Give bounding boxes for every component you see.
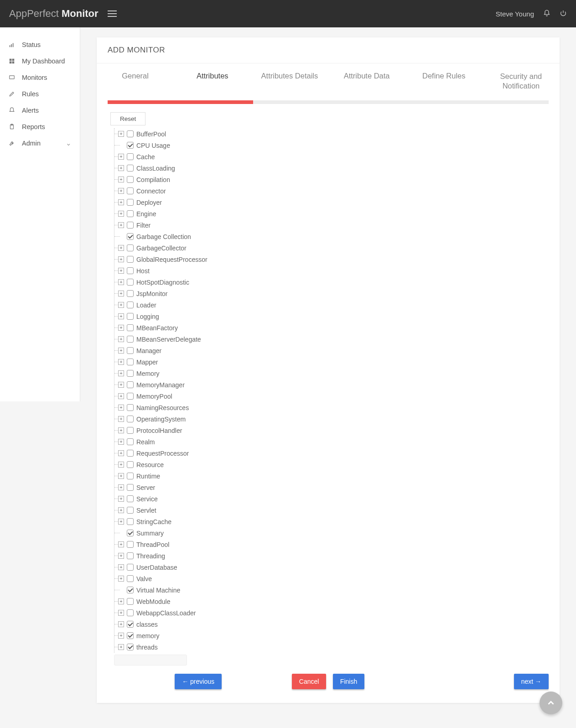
tab-attributes-details[interactable]: Attributes Details [251,63,328,100]
tab-define-rules[interactable]: Define Rules [405,63,483,100]
expand-icon[interactable]: + [118,325,124,331]
tree-checkbox[interactable] [127,473,134,479]
sidebar-item-alerts[interactable]: Alerts [0,102,80,119]
tree-checkbox[interactable] [127,609,134,616]
user-name[interactable]: Steve Young [496,10,534,18]
tree-label[interactable]: Logging [136,313,159,320]
tree-checkbox[interactable] [127,176,134,183]
tree-label[interactable]: GarbageCollector [136,244,187,252]
tree-label[interactable]: Resource [136,461,164,468]
tree-checkbox[interactable] [127,427,134,434]
power-icon[interactable] [560,10,567,18]
tree-checkbox[interactable] [127,199,134,206]
tree-checkbox[interactable] [127,381,134,388]
expand-icon[interactable]: + [118,405,124,411]
tree-checkbox[interactable] [127,621,134,628]
expand-icon[interactable]: + [118,131,124,137]
tree-label[interactable]: GlobalRequestProcessor [136,256,208,263]
tree-label[interactable]: ClassLoading [136,165,175,172]
tree-checkbox[interactable] [127,210,134,217]
expand-icon[interactable]: + [118,199,124,205]
tree-checkbox[interactable] [127,267,134,274]
tree-checkbox[interactable] [127,222,134,229]
expand-icon[interactable]: + [118,393,124,399]
tab-attribute-data[interactable]: Attribute Data [328,63,405,100]
tree-checkbox[interactable] [127,518,134,525]
expand-icon[interactable]: + [118,519,124,525]
tree-checkbox[interactable] [127,279,134,286]
expand-icon[interactable]: + [118,484,124,490]
tree-label[interactable]: Threading [136,552,165,560]
expand-icon[interactable]: + [118,382,124,388]
tree-label[interactable]: memory [136,632,160,640]
expand-icon[interactable]: + [118,336,124,342]
tree-label[interactable]: Manager [136,347,161,354]
tree-checkbox[interactable] [127,130,134,137]
previous-button[interactable]: ← previous [175,674,222,689]
sidebar-item-reports[interactable]: Reports [0,119,80,135]
tree-checkbox[interactable] [127,313,134,320]
sidebar-item-rules[interactable]: Rules [0,86,80,102]
expand-icon[interactable]: + [118,279,124,285]
tree-checkbox[interactable] [127,644,134,650]
tree-label[interactable]: Cache [136,153,155,161]
tree-label[interactable]: Garbage Collection [136,233,191,240]
tree-label[interactable]: JspMonitor [136,290,167,297]
tree-checkbox[interactable] [127,302,134,308]
expand-icon[interactable]: + [118,359,124,365]
expand-icon[interactable]: + [118,370,124,376]
expand-icon[interactable]: + [118,541,124,547]
tree-checkbox[interactable] [127,347,134,354]
expand-icon[interactable]: + [118,348,124,354]
expand-icon[interactable]: + [118,496,124,502]
tree-checkbox[interactable] [127,165,134,172]
tree-checkbox[interactable] [127,587,134,593]
tree-checkbox[interactable] [127,416,134,422]
expand-icon[interactable]: + [118,211,124,217]
expand-icon[interactable]: + [118,177,124,182]
tree-label[interactable]: WebappClassLoader [136,609,196,617]
tree-label[interactable]: Deployer [136,199,162,206]
tree-checkbox[interactable] [127,142,134,149]
tree-label[interactable]: CPU Usage [136,142,170,149]
expand-icon[interactable]: + [118,553,124,559]
tree-label[interactable]: Runtime [136,473,160,480]
sidebar-item-status[interactable]: Status [0,36,80,53]
tree-label[interactable]: Loader [136,302,156,309]
tree-checkbox[interactable] [127,552,134,559]
tree-label[interactable]: Summary [136,530,164,537]
expand-icon[interactable]: + [118,598,124,604]
tree-label[interactable]: MBeanServerDelegate [136,336,201,343]
tree-checkbox[interactable] [127,450,134,457]
tree-checkbox[interactable] [127,359,134,365]
tree-label[interactable]: Service [136,495,158,503]
tree-label[interactable]: classes [136,621,158,628]
next-button[interactable]: next → [514,674,549,689]
tree-checkbox[interactable] [127,233,134,240]
tree-label[interactable]: Mapper [136,359,158,366]
sidebar-item-monitors[interactable]: Monitors [0,69,80,86]
tree-label[interactable]: Engine [136,210,156,218]
cancel-button[interactable]: Cancel [292,674,327,689]
tree-checkbox[interactable] [127,187,134,194]
expand-icon[interactable]: + [118,188,124,194]
expand-icon[interactable]: + [118,256,124,262]
tree-label[interactable]: OperatingSystem [136,416,186,423]
reset-button[interactable]: Reset [110,112,145,125]
bell-icon[interactable] [543,10,550,18]
tree-label[interactable]: RequestProcessor [136,450,189,457]
expand-icon[interactable]: + [118,473,124,479]
tree-label[interactable]: Valve [136,575,152,582]
expand-icon[interactable]: + [118,633,124,639]
tree-checkbox[interactable] [127,256,134,263]
tree-label[interactable]: Host [136,267,150,275]
tree-label[interactable]: Memory [136,370,160,377]
tab-attributes[interactable]: Attributes [174,63,251,100]
tree-checkbox[interactable] [127,575,134,582]
tree-checkbox[interactable] [127,153,134,160]
expand-icon[interactable]: + [118,621,124,627]
expand-icon[interactable]: + [118,610,124,616]
hamburger-icon[interactable] [108,10,117,17]
tree-label[interactable]: threads [136,644,158,651]
expand-icon[interactable]: + [118,439,124,445]
